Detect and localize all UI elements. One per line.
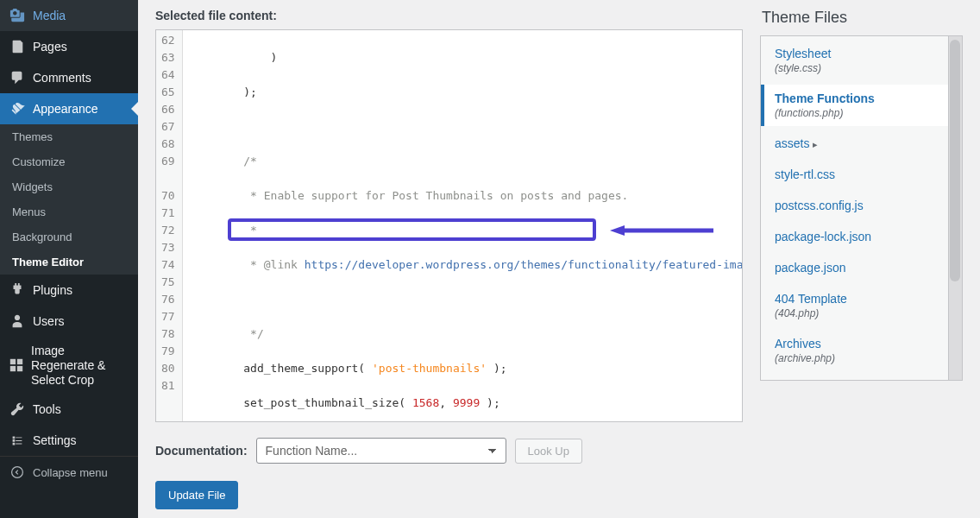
documentation-label: Documentation: (155, 444, 248, 458)
sidebar-label: Users (33, 314, 65, 328)
svg-rect-0 (10, 359, 16, 364)
submenu-themes[interactable]: Themes (0, 124, 138, 149)
submenu-menus[interactable]: Menus (0, 199, 138, 224)
sidebar-label: Settings (33, 433, 77, 447)
lookup-button[interactable]: Look Up (515, 439, 582, 464)
sidebar-label: Pages (33, 40, 67, 54)
sidebar-item-tools[interactable]: Tools (0, 394, 138, 425)
comment-icon (9, 69, 26, 86)
sidebar-item-users[interactable]: Users (0, 306, 138, 337)
sidebar-label: Comments (33, 71, 91, 85)
svg-rect-3 (17, 366, 22, 371)
sidebar-item-media[interactable]: Media (0, 0, 138, 31)
line-gutter: 6263646566676869707172737475767778798081 (156, 30, 183, 421)
appearance-icon (9, 100, 26, 117)
svg-rect-1 (17, 359, 22, 364)
plugin-icon (9, 281, 26, 299)
file-package-lock[interactable]: package-lock.json (764, 223, 958, 250)
editor-heading: Selected file content: (155, 9, 743, 22)
submenu-customize[interactable]: Customize (0, 149, 138, 174)
sidebar-item-settings[interactable]: Settings (0, 425, 138, 456)
sidebar-label: Image Regenerate & Select Crop (31, 344, 129, 387)
sidebar-label: Media (33, 9, 66, 22)
sidebar-label: Appearance (33, 102, 98, 116)
sidebar-item-pages[interactable]: Pages (0, 31, 138, 62)
file-404[interactable]: 404 Template (404.php) (764, 285, 958, 326)
collapse-menu[interactable]: Collapse menu (0, 456, 138, 488)
main-content: Selected file content: 62636465666768697… (138, 0, 980, 518)
settings-icon (9, 432, 26, 449)
svg-point-4 (12, 467, 23, 478)
admin-sidebar: Media Pages Comments Appearance Themes C… (0, 0, 138, 518)
user-icon (9, 313, 26, 330)
file-style-rtl[interactable]: style-rtl.css (764, 161, 958, 188)
theme-files-title: Theme Files (760, 9, 963, 27)
page-icon (9, 38, 26, 55)
collapse-label: Collapse menu (33, 466, 108, 479)
file-package[interactable]: package.json (764, 254, 958, 281)
scrollbar-track[interactable] (948, 36, 962, 380)
file-theme-functions[interactable]: Theme Functions (functions.php) (761, 85, 958, 126)
theme-files-list[interactable]: Stylesheet (style.css) Theme Functions (… (760, 35, 963, 381)
sidebar-item-image-regenerate[interactable]: Image Regenerate & Select Crop (0, 337, 138, 394)
sidebar-label: Tools (33, 402, 61, 416)
media-icon (9, 7, 26, 24)
sidebar-item-appearance[interactable]: Appearance (0, 93, 138, 124)
appearance-submenu: Themes Customize Widgets Menus Backgroun… (0, 124, 138, 275)
scrollbar-thumb[interactable] (950, 40, 960, 281)
code-editor[interactable]: 6263646566676869707172737475767778798081… (155, 29, 743, 422)
file-archives[interactable]: Archives (archive.php) (764, 330, 958, 371)
submenu-theme-editor[interactable]: Theme Editor (0, 250, 138, 275)
documentation-select[interactable]: Function Name... (256, 438, 506, 464)
sidebar-item-comments[interactable]: Comments (0, 62, 138, 93)
svg-rect-2 (10, 366, 16, 371)
tool-icon (9, 401, 26, 418)
code-content[interactable]: ) ); /* * Enable support for Post Thumbn… (183, 30, 743, 421)
collapse-icon (9, 464, 26, 481)
update-file-button[interactable]: Update File (155, 481, 238, 509)
file-assets-folder[interactable]: assets (764, 130, 958, 157)
file-classes-folder[interactable]: classes (764, 375, 958, 381)
regenerate-icon (9, 357, 24, 374)
sidebar-label: Plugins (33, 283, 72, 297)
file-postcss[interactable]: postcss.config.js (764, 192, 958, 219)
documentation-bar: Documentation: Function Name... Look Up (155, 438, 743, 464)
sidebar-item-plugins[interactable]: Plugins (0, 275, 138, 306)
submenu-widgets[interactable]: Widgets (0, 174, 138, 199)
submenu-background[interactable]: Background (0, 224, 138, 250)
file-stylesheet[interactable]: Stylesheet (style.css) (764, 40, 958, 81)
